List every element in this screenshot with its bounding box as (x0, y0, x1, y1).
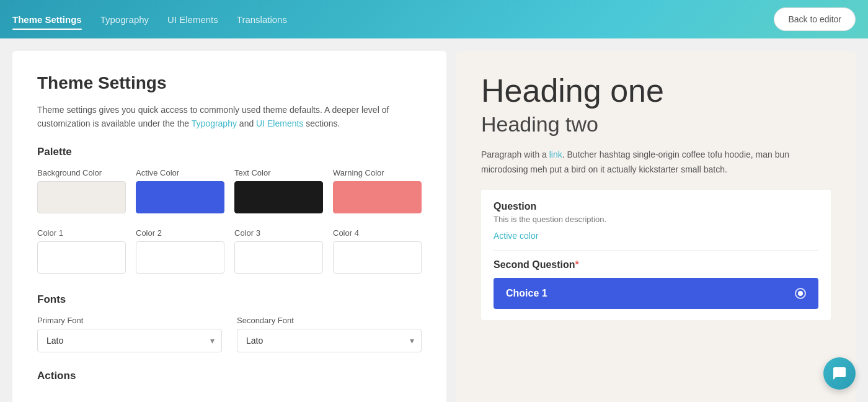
color1-label: Color 1 (37, 228, 126, 238)
secondary-font-select-wrapper: Lato (237, 329, 422, 352)
color2-item: Color 2 (136, 228, 224, 274)
back-to-editor-button[interactable]: Back to editor (774, 7, 856, 31)
preview-heading-two: Heading two (481, 112, 831, 136)
warning-color-label: Warning Color (333, 168, 422, 177)
secondary-color-row: Color 1 Color 2 Color 3 Color 4 (37, 228, 422, 274)
palette-title: Palette (37, 146, 422, 158)
color3-swatch[interactable] (234, 241, 323, 274)
active-color-item: Active Color (136, 168, 224, 213)
second-question-title: Second Question* (494, 259, 818, 270)
active-color-link[interactable]: Active color (494, 231, 538, 241)
primary-color-row: Background Color Active Color Text Color… (37, 168, 422, 213)
question-title: Question (494, 201, 818, 212)
color2-label: Color 2 (136, 228, 224, 238)
secondary-font-select[interactable]: Lato (237, 329, 422, 352)
primary-font-select[interactable]: Lato (37, 329, 222, 352)
color2-swatch[interactable] (136, 241, 224, 274)
preview-link[interactable]: link (549, 150, 562, 159)
fonts-title: Fonts (37, 293, 422, 306)
actions-title: Actions (37, 370, 422, 382)
fonts-section: Fonts Primary Font Lato Secondary Font L… (37, 293, 422, 352)
question-divider (494, 250, 818, 251)
typography-link[interactable]: Typography (192, 118, 237, 128)
color4-label: Color 4 (333, 228, 422, 238)
tab-translations[interactable]: Translations (237, 12, 287, 27)
color1-item: Color 1 (37, 228, 126, 274)
text-color-swatch[interactable] (234, 181, 323, 213)
secondary-font-item: Secondary Font Lato (237, 316, 422, 352)
preview-heading-one: Heading one (481, 73, 831, 109)
question-description: This is the question description. (494, 215, 818, 224)
tab-ui-elements[interactable]: UI Elements (167, 12, 218, 27)
primary-font-select-wrapper: Lato (37, 329, 222, 352)
tab-theme-settings[interactable]: Theme Settings (12, 12, 82, 27)
background-color-swatch[interactable] (37, 181, 126, 213)
page-title: Theme Settings (37, 73, 422, 93)
choice1-label: Choice 1 (506, 288, 547, 299)
color3-label: Color 3 (234, 228, 323, 238)
description-text: Theme settings gives you quick access to… (37, 103, 422, 131)
warning-color-swatch[interactable] (333, 181, 422, 213)
color3-item: Color 3 (234, 228, 323, 274)
warning-color-item: Warning Color (333, 168, 422, 213)
choice-radio-inner (798, 291, 803, 296)
font-row: Primary Font Lato Secondary Font Lato (37, 316, 422, 352)
color4-swatch[interactable] (333, 241, 422, 274)
preview-paragraph: Paragraph with a link. Butcher hashtag s… (481, 148, 831, 177)
color1-swatch[interactable] (37, 241, 126, 274)
primary-font-label: Primary Font (37, 316, 222, 325)
choice1-button[interactable]: Choice 1 (494, 278, 818, 309)
active-color-label: Active Color (136, 168, 224, 177)
top-navigation: Theme Settings Typography UI Elements Tr… (0, 0, 868, 38)
chat-icon (832, 366, 847, 381)
text-color-item: Text Color (234, 168, 323, 213)
background-color-label: Background Color (37, 168, 126, 177)
ui-elements-link[interactable]: UI Elements (256, 118, 303, 128)
text-color-label: Text Color (234, 168, 323, 177)
nav-tabs: Theme Settings Typography UI Elements Tr… (12, 12, 287, 27)
chat-widget[interactable] (823, 357, 856, 390)
main-content: Theme Settings Theme settings gives you … (0, 38, 868, 402)
active-color-swatch[interactable] (136, 181, 224, 213)
left-panel: Theme Settings Theme settings gives you … (12, 51, 446, 402)
right-panel-preview: Heading one Heading two Paragraph with a… (456, 51, 856, 402)
question-card: Question This is the question descriptio… (481, 190, 831, 320)
secondary-font-label: Secondary Font (237, 316, 422, 325)
color4-item: Color 4 (333, 228, 422, 274)
tab-typography[interactable]: Typography (100, 12, 149, 27)
required-asterisk: * (575, 259, 579, 270)
primary-font-item: Primary Font Lato (37, 316, 222, 352)
choice-radio (795, 288, 806, 299)
background-color-item: Background Color (37, 168, 126, 213)
